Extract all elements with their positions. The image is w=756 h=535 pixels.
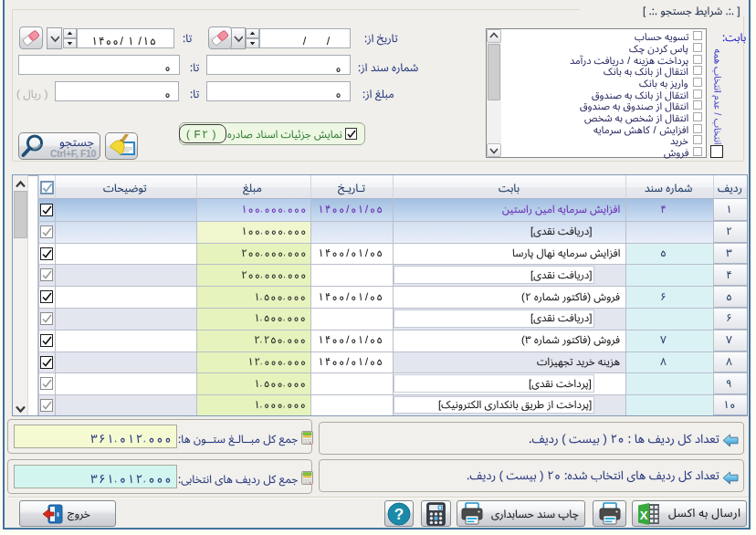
svg-text:?: ? [394,506,404,523]
svg-text:X: X [640,509,648,522]
